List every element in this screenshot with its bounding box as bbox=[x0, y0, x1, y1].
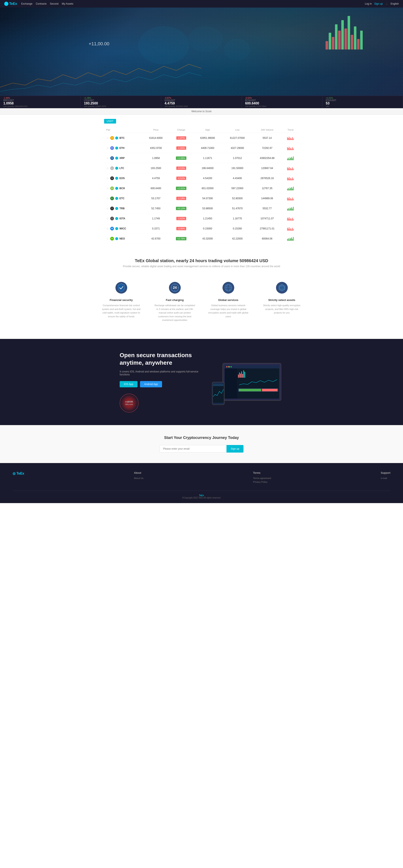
feature-icon-fast: 24 bbox=[168, 280, 182, 295]
ticker-item-1[interactable]: +1.38% LTC/USDT 193.2500 24H quantity 12… bbox=[81, 96, 161, 108]
app-section-left: Open secure transactions anytime, anywhe… bbox=[120, 351, 204, 412]
star-icon[interactable]: ☆ bbox=[106, 217, 109, 220]
nav-my-assets[interactable]: My Assets bbox=[62, 2, 74, 5]
footer-email-link[interactable]: e-mail bbox=[381, 477, 391, 479]
ticker-item-0[interactable]: -1.94% BRP/USDT 1.0958 24H quantity 4390… bbox=[0, 96, 81, 108]
table-row[interactable]: ☆ B BTC 61614.6000 -1.97% 62951.99000 61… bbox=[104, 133, 299, 143]
usdt-tab[interactable]: USDT bbox=[104, 119, 116, 124]
ticker-pair-1: +1.38% bbox=[84, 97, 157, 99]
star-icon[interactable]: ☆ bbox=[106, 237, 109, 240]
device-mockup bbox=[223, 363, 281, 401]
coin-volume: 120667.64 bbox=[252, 163, 282, 173]
email-input[interactable] bbox=[160, 445, 227, 453]
laptop-screen bbox=[225, 365, 279, 399]
print-icon: 🖨 bbox=[385, 2, 388, 5]
nav-logo[interactable]: TeEx bbox=[4, 2, 17, 6]
coin-pair-cell: ☆ I IOTA bbox=[104, 214, 142, 223]
coin-volume: 5537.14 bbox=[252, 133, 282, 143]
star-icon[interactable]: ☆ bbox=[106, 227, 109, 230]
ios-app-button[interactable]: IOS App bbox=[120, 381, 138, 388]
coin-trend bbox=[282, 204, 299, 214]
table-row[interactable]: ☆ C ETC 53.1707 -1.19% 54.07300 52.80300… bbox=[104, 193, 299, 204]
market-table: Pair Price Change High Low 24H Volume Tr… bbox=[104, 127, 299, 244]
ticker-item-2[interactable]: -0.87% EOS/USDT 4.4759 24H quantity 2876… bbox=[161, 96, 242, 108]
coin-volume: 27991171.01 bbox=[252, 223, 282, 234]
star-icon[interactable]: ☆ bbox=[106, 136, 109, 140]
stats-subtitle: Provide secure, reliable digital asset t… bbox=[4, 265, 399, 268]
star-icon[interactable]: ☆ bbox=[106, 156, 109, 160]
nav-second[interactable]: Second bbox=[50, 2, 59, 5]
coin-high: 0.15000 bbox=[193, 223, 223, 234]
star-icon[interactable]: ☆ bbox=[106, 197, 109, 200]
coin-symbol: ETC bbox=[119, 197, 124, 200]
coin-trend bbox=[282, 234, 299, 244]
table-row[interactable]: ☆ H BCH 600.6400 +1.91% 601.02000 597.22… bbox=[104, 183, 299, 193]
ticker-item-3[interactable]: -0.52% BCH/USDT 600.6400 24H quantity 12… bbox=[242, 96, 322, 108]
coin-symbol: NEO bbox=[119, 237, 125, 240]
screen-bottom-bar bbox=[238, 389, 278, 392]
nav-contracts[interactable]: Contracts bbox=[36, 2, 47, 5]
coin-badge bbox=[115, 167, 118, 169]
ticker-item-4[interactable]: +1.51% ETH/USDT 53 24H bbox=[322, 96, 403, 108]
sell-bar bbox=[262, 389, 278, 391]
star-icon[interactable]: ☆ bbox=[106, 207, 109, 210]
screen-bar-7 bbox=[244, 372, 245, 378]
table-row[interactable]: ☆ I IOTA 1.1749 -2.62% 1.21450 1.16770 1… bbox=[104, 214, 299, 223]
table-row[interactable]: ☆ L LTC 193.2500 -0.53% 196.64000 191.50… bbox=[104, 163, 299, 173]
star-icon[interactable]: ☆ bbox=[106, 177, 109, 180]
coin-trend bbox=[282, 133, 299, 143]
col-trend: Trend bbox=[282, 127, 299, 133]
star-icon[interactable]: ☆ bbox=[106, 187, 109, 190]
coin-badge bbox=[115, 207, 118, 210]
coin-price: 0.1571 bbox=[142, 223, 170, 234]
table-row[interactable]: ☆ S EOS 4.4759 -0.52% 4.54200 4.43400 28… bbox=[104, 173, 299, 183]
signup-link[interactable]: Sign up bbox=[374, 2, 383, 5]
coin-icon: X bbox=[110, 156, 114, 160]
footer-support-heading: Support bbox=[381, 471, 391, 474]
ticker-pair-2: -0.87% bbox=[165, 97, 238, 99]
coin-low: 597.22000 bbox=[223, 183, 252, 193]
screen-top-bar bbox=[225, 365, 279, 369]
footer-brand: TeEx bbox=[12, 494, 391, 497]
coin-icon: E bbox=[110, 146, 114, 150]
footer-privacy-link[interactable]: Privacy Policy bbox=[253, 480, 271, 483]
coin-icon: L bbox=[110, 166, 114, 170]
footer-terms-link[interactable]: Terms agreement bbox=[253, 477, 271, 479]
nav-links: Exchange Contracts Second My Assets bbox=[21, 2, 73, 5]
table-row[interactable]: ☆ E ETH 4352.9700 -1.94% 4409.71000 4327… bbox=[104, 143, 299, 153]
nav-exchange[interactable]: Exchange bbox=[21, 2, 32, 5]
footer-about-link[interactable]: About Us bbox=[134, 477, 143, 479]
star-icon[interactable]: ☆ bbox=[106, 146, 109, 150]
footer-top: ◎ TeEx About About Us Terms Terms agreem… bbox=[12, 471, 391, 491]
coin-low: 51.47670 bbox=[223, 204, 252, 214]
star-icon[interactable]: ☆ bbox=[106, 166, 109, 170]
coin-symbol: IOTA bbox=[119, 217, 125, 220]
android-app-button[interactable]: Android App bbox=[140, 381, 162, 388]
col-price: Price bbox=[142, 127, 170, 133]
table-row[interactable]: ☆ N NEO 42.6700 +2.78% 43.32000 42.22000… bbox=[104, 234, 299, 244]
coin-change: -0.53% bbox=[170, 163, 193, 173]
coin-trend bbox=[282, 193, 299, 204]
language-selector[interactable]: English bbox=[391, 2, 399, 5]
hero-wave-chart bbox=[0, 54, 202, 96]
coin-change: -0.06% bbox=[170, 223, 193, 234]
coin-change: +1.91% bbox=[170, 183, 193, 193]
svg-point-2 bbox=[225, 39, 250, 60]
table-row[interactable]: ☆ X XRP 1.0958 +1.06% 1.11671 1.07012 43… bbox=[104, 153, 299, 163]
coin-symbol: BCH bbox=[119, 187, 125, 190]
signup-section: Start Your Cryptocurrency Journey Today … bbox=[0, 425, 403, 463]
ticker-vol-3: 24H quantity 12767.3544 bbox=[245, 105, 319, 107]
coin-low: 42.22000 bbox=[223, 234, 252, 244]
coin-pair-cell: ☆ N NEO bbox=[104, 234, 142, 244]
table-row[interactable]: ☆ T TRB 52.7450 +0.13% 53.88500 51.47670… bbox=[104, 204, 299, 214]
coin-change: +1.06% bbox=[170, 153, 193, 163]
coin-price: 53.1707 bbox=[142, 193, 170, 204]
footer-about-heading: About bbox=[134, 471, 143, 474]
signup-submit-button[interactable]: Sign up bbox=[227, 445, 243, 453]
table-row[interactable]: ☆ W WICC 0.1571 -0.06% 0.15000 0.15260 2… bbox=[104, 223, 299, 234]
phone-screen bbox=[213, 384, 224, 403]
feature-icon-financial bbox=[114, 280, 129, 295]
coin-low: 1.07012 bbox=[223, 153, 252, 163]
login-link[interactable]: Log in bbox=[365, 2, 372, 5]
screen-bar-2 bbox=[239, 372, 240, 378]
